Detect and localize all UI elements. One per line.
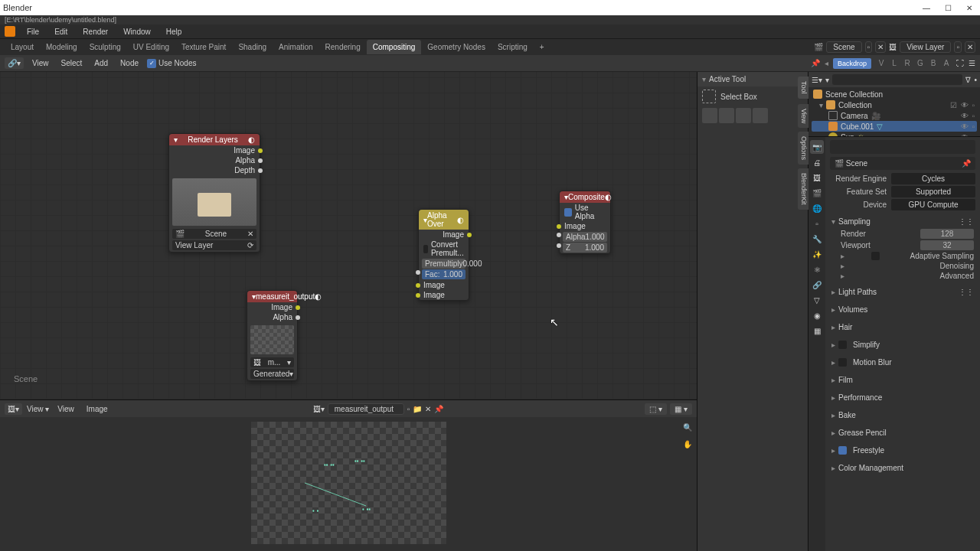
outliner-scene-collection[interactable]: Scene Collection [812,89,977,99]
tool-mode-2[interactable] [719,108,734,123]
display-channels-icon[interactable]: ▦ ▾ [670,403,692,415]
tool-mode-3[interactable] [736,108,751,123]
outliner-collection[interactable]: ▾Collection ☑ 👁 ▫ [812,99,977,110]
scene-del-button[interactable]: ✕ [875,41,886,53]
panel-volumes[interactable]: Volumes [838,305,867,314]
tab-shading[interactable]: Shading [232,40,273,54]
sampling-panel-header[interactable]: Sampling [838,217,871,226]
proptab-world[interactable]: 🌐 [810,201,824,215]
panel-performance[interactable]: Performance [838,393,882,402]
unlink-image-icon[interactable]: ✕ [425,405,431,413]
node-alpha-over[interactable]: ▾Alpha Over◐ Image Convert Premult... Pr… [418,209,469,301]
scene-selector[interactable]: Scene [826,41,861,53]
fac-slider[interactable]: Fac:1.000 [422,269,466,279]
tab-animation[interactable]: Animation [273,40,318,54]
channel-l[interactable]: L [889,59,900,67]
device-dropdown[interactable]: GPU Compute [891,199,975,210]
premultiply-slider[interactable]: Premultiply0.000 [422,259,466,269]
node-render-layers[interactable]: ▾Render Layers◐ Image Alpha Depth 🎬Scene… [168,133,260,253]
ne-menu-view[interactable]: View [28,57,53,69]
menu-help[interactable]: Help [162,26,186,37]
viewlayer-del-button[interactable]: ✕ [965,41,975,53]
tab-scripting[interactable]: Scripting [492,40,534,54]
outliner-item-cube[interactable]: Cube.001▽ 👁 ▫ [812,121,977,132]
viewlayer-dropdown[interactable]: View Layer⟳ [172,240,256,250]
viewlayer-new-button[interactable]: ▫ [954,41,962,53]
proptab-output[interactable]: 🖨 [810,155,824,169]
tab-layout[interactable]: Layout [5,40,40,54]
panel-simplify[interactable]: Simplify [853,341,880,349]
panel-advanced[interactable]: Advanced [940,272,974,280]
tab-sculpting[interactable]: Sculpting [83,40,127,54]
ie-view-dropdown[interactable]: View ▾ [27,405,49,413]
viewport-samples-field[interactable]: 32 [920,240,974,250]
maximize-icon[interactable]: ☐ [940,4,956,12]
proptab-constraint[interactable]: 🔗 [810,278,824,292]
panel-film[interactable]: Film [838,376,853,384]
panel-motionblur[interactable]: Motion Blur [853,358,892,367]
channel-g[interactable]: G [915,59,926,67]
menu-file[interactable]: File [23,26,43,37]
viewlayer-selector[interactable]: View Layer [900,41,951,53]
node-editor-canvas[interactable]: ▾Render Layers◐ Image Alpha Depth 🎬Scene… [0,72,697,399]
tab-rendering[interactable]: Rendering [319,40,367,54]
panel-hair[interactable]: Hair [838,323,852,331]
panel-denoising[interactable]: Denoising [940,262,974,270]
use-nodes-checkbox[interactable]: ✓Use Nodes [147,59,196,68]
gizmo-pan-icon[interactable]: ✋ [683,440,692,448]
image-canvas[interactable]: ·· ·· ·· ·· · · · ·· 🔍 ✋ [0,417,697,551]
new-image-icon[interactable]: ▫ [407,405,410,413]
proptab-physics[interactable]: ⚛ [810,262,824,276]
tab-texturepaint[interactable]: Texture Paint [175,40,232,54]
active-tool-header[interactable]: Active Tool [709,75,746,83]
menu-edit[interactable]: Edit [51,26,71,37]
type-dropdown[interactable]: Generated▾ [250,369,294,379]
ie-menu-view[interactable]: View [54,403,78,415]
tab-compositing[interactable]: Compositing [367,40,422,54]
properties-search[interactable] [830,140,975,154]
proptab-texture[interactable]: ▦ [810,324,824,337]
scene-dropdown[interactable]: 🎬Scene✕ [172,229,256,239]
outliner-type-icon[interactable]: ☰▾ [812,76,822,84]
z-slider[interactable]: Z1.000 [563,243,607,253]
slot-dropdown[interactable]: ⬚ ▾ [645,403,667,415]
chevron-left-icon[interactable]: ◂ [825,59,828,67]
pin-icon[interactable]: 📌 [962,159,971,168]
ne-menu-select[interactable]: Select [57,57,87,69]
hamburger-icon[interactable]: ☰ [969,59,975,67]
tab-geometrynodes[interactable]: Geometry Nodes [421,40,492,54]
scene-new-button[interactable]: ▫ [865,41,873,53]
panel-menu-icon[interactable]: ⋮⋮ [959,217,974,226]
pin-icon[interactable]: 📌 [811,59,820,67]
outliner-item-sun[interactable]: Sun☀ 👁 ▫ [812,132,977,137]
panel-bake[interactable]: Bake [838,411,856,419]
npanel-tab-blenderkit[interactable]: BlenderKit [798,168,808,210]
node-composite[interactable]: ▾Composite◐ Use Alpha Image Alpha1.000 Z… [559,191,611,254]
ie-menu-image[interactable]: Image [83,403,112,415]
gizmo-zoom-icon[interactable]: 🔍 [683,423,692,432]
render-engine-dropdown[interactable]: Cycles [891,173,975,184]
tab-uvediting[interactable]: UV Editing [127,40,175,54]
panel-lightpaths[interactable]: Light Paths [838,288,877,296]
panel-colormanagement[interactable]: Color Management [838,464,903,472]
filter-icon[interactable]: ∇ [965,76,971,84]
blender-logo-icon[interactable] [5,26,15,37]
feature-set-dropdown[interactable]: Supported [891,186,975,197]
channel-v[interactable]: V [876,59,887,67]
channel-b[interactable]: B [928,59,939,67]
tab-modeling[interactable]: Modeling [40,40,83,54]
npanel-tab-tool[interactable]: Tool [798,77,808,99]
ne-menu-node[interactable]: Node [116,57,142,69]
channel-r[interactable]: R [902,59,913,67]
proptab-modifier[interactable]: 🔧 [810,232,824,246]
npanel-tab-view[interactable]: View [798,104,808,128]
channel-a[interactable]: A [941,59,952,67]
menu-render[interactable]: Render [79,26,112,37]
dot-icon[interactable]: • [974,76,977,84]
close-icon[interactable]: ✕ [962,4,977,12]
menu-window[interactable]: Window [119,26,155,37]
node-collapse-icon[interactable]: ◐ [248,135,255,144]
node-measureit[interactable]: ▾measureit_output◐ Image Alpha 🖼m...▾ Ge… [247,290,298,381]
minimize-icon[interactable]: — [919,4,934,12]
npanel-tab-options[interactable]: Options [798,132,808,165]
